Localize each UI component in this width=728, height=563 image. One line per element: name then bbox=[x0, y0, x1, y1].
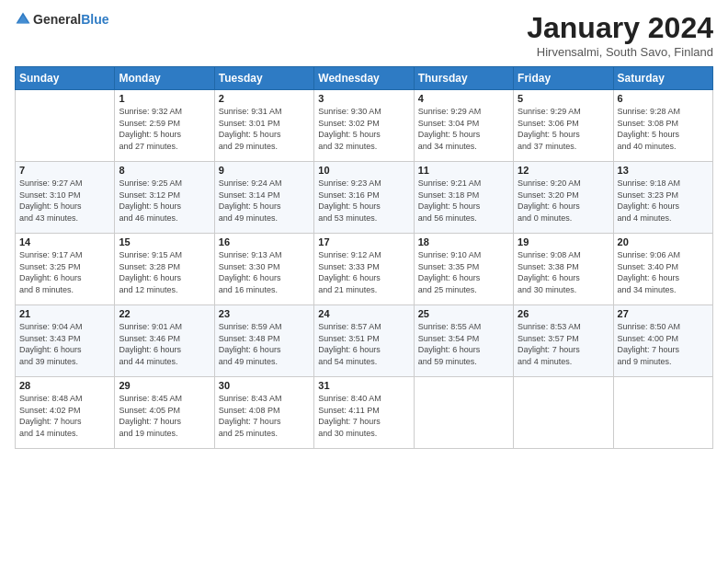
calendar-cell: 20Sunrise: 9:06 AMSunset: 3:40 PMDayligh… bbox=[613, 234, 712, 305]
day-info: Sunrise: 9:08 AMSunset: 3:38 PMDaylight:… bbox=[518, 249, 609, 295]
day-info: Sunrise: 8:45 AMSunset: 4:05 PMDaylight:… bbox=[119, 393, 210, 439]
day-number: 8 bbox=[119, 165, 210, 176]
day-number: 10 bbox=[318, 165, 409, 176]
day-info: Sunrise: 9:21 AMSunset: 3:18 PMDaylight:… bbox=[418, 178, 509, 224]
calendar-cell: 22Sunrise: 9:01 AMSunset: 3:46 PMDayligh… bbox=[115, 305, 214, 377]
day-info: Sunrise: 9:31 AMSunset: 3:01 PMDaylight:… bbox=[219, 106, 310, 152]
calendar-cell: 12Sunrise: 9:20 AMSunset: 3:20 PMDayligh… bbox=[514, 162, 613, 234]
day-info: Sunrise: 8:43 AMSunset: 4:08 PMDaylight:… bbox=[219, 393, 310, 439]
day-header-monday: Monday bbox=[115, 67, 214, 90]
calendar-cell: 19Sunrise: 9:08 AMSunset: 3:38 PMDayligh… bbox=[514, 234, 613, 305]
day-number: 7 bbox=[19, 165, 110, 176]
week-row-3: 14Sunrise: 9:17 AMSunset: 3:25 PMDayligh… bbox=[16, 234, 713, 305]
day-info: Sunrise: 9:04 AMSunset: 3:43 PMDaylight:… bbox=[19, 321, 110, 367]
day-number: 28 bbox=[19, 380, 110, 391]
calendar-cell: 5Sunrise: 9:29 AMSunset: 3:06 PMDaylight… bbox=[514, 90, 613, 162]
day-number: 2 bbox=[219, 93, 310, 104]
calendar-cell: 18Sunrise: 9:10 AMSunset: 3:35 PMDayligh… bbox=[414, 234, 513, 305]
location-subtitle: Hirvensalmi, South Savo, Finland bbox=[527, 45, 713, 59]
week-row-2: 7Sunrise: 9:27 AMSunset: 3:10 PMDaylight… bbox=[16, 162, 713, 234]
day-number: 24 bbox=[318, 308, 409, 319]
day-header-sunday: Sunday bbox=[16, 67, 115, 90]
calendar-cell: 6Sunrise: 9:28 AMSunset: 3:08 PMDaylight… bbox=[613, 90, 712, 162]
day-number: 18 bbox=[418, 236, 509, 247]
week-row-4: 21Sunrise: 9:04 AMSunset: 3:43 PMDayligh… bbox=[16, 305, 713, 377]
day-info: Sunrise: 9:28 AMSunset: 3:08 PMDaylight:… bbox=[618, 106, 709, 152]
day-info: Sunrise: 9:18 AMSunset: 3:23 PMDaylight:… bbox=[618, 178, 709, 224]
calendar-cell: 13Sunrise: 9:18 AMSunset: 3:23 PMDayligh… bbox=[613, 162, 712, 234]
day-info: Sunrise: 8:50 AMSunset: 4:00 PMDaylight:… bbox=[618, 321, 709, 367]
day-info: Sunrise: 9:29 AMSunset: 3:06 PMDaylight:… bbox=[518, 106, 609, 152]
day-number: 15 bbox=[119, 236, 210, 247]
day-info: Sunrise: 8:59 AMSunset: 3:48 PMDaylight:… bbox=[219, 321, 310, 367]
calendar-cell: 2Sunrise: 9:31 AMSunset: 3:01 PMDaylight… bbox=[214, 90, 313, 162]
day-number: 17 bbox=[318, 236, 409, 247]
calendar-cell: 8Sunrise: 9:25 AMSunset: 3:12 PMDaylight… bbox=[115, 162, 214, 234]
week-row-1: 1Sunrise: 9:32 AMSunset: 2:59 PMDaylight… bbox=[16, 90, 713, 162]
day-number: 12 bbox=[518, 165, 609, 176]
day-number: 13 bbox=[618, 165, 709, 176]
day-number: 6 bbox=[618, 93, 709, 104]
day-info: Sunrise: 8:55 AMSunset: 3:54 PMDaylight:… bbox=[418, 321, 509, 367]
calendar-cell: 14Sunrise: 9:17 AMSunset: 3:25 PMDayligh… bbox=[16, 234, 115, 305]
calendar-cell: 16Sunrise: 9:13 AMSunset: 3:30 PMDayligh… bbox=[214, 234, 313, 305]
day-info: Sunrise: 9:29 AMSunset: 3:04 PMDaylight:… bbox=[418, 106, 509, 152]
month-title: January 2024 bbox=[527, 11, 713, 45]
title-block: January 2024 Hirvensalmi, South Savo, Fi… bbox=[527, 11, 713, 59]
calendar-cell: 11Sunrise: 9:21 AMSunset: 3:18 PMDayligh… bbox=[414, 162, 513, 234]
day-info: Sunrise: 9:13 AMSunset: 3:30 PMDaylight:… bbox=[219, 249, 310, 295]
week-row-5: 28Sunrise: 8:48 AMSunset: 4:02 PMDayligh… bbox=[16, 377, 713, 449]
day-header-tuesday: Tuesday bbox=[214, 67, 313, 90]
calendar-cell: 25Sunrise: 8:55 AMSunset: 3:54 PMDayligh… bbox=[414, 305, 513, 377]
day-number: 27 bbox=[618, 308, 709, 319]
day-info: Sunrise: 8:53 AMSunset: 3:57 PMDaylight:… bbox=[518, 321, 609, 367]
calendar-table: SundayMondayTuesdayWednesdayThursdayFrid… bbox=[15, 66, 713, 449]
calendar-cell: 17Sunrise: 9:12 AMSunset: 3:33 PMDayligh… bbox=[314, 234, 414, 305]
page: GeneralBlue January 2024 Hirvensalmi, So… bbox=[0, 0, 728, 563]
day-info: Sunrise: 9:20 AMSunset: 3:20 PMDaylight:… bbox=[518, 178, 609, 224]
calendar-cell bbox=[414, 377, 513, 449]
calendar-cell: 3Sunrise: 9:30 AMSunset: 3:02 PMDaylight… bbox=[314, 90, 414, 162]
calendar-cell: 21Sunrise: 9:04 AMSunset: 3:43 PMDayligh… bbox=[16, 305, 115, 377]
logo-general: General bbox=[33, 12, 81, 27]
header: GeneralBlue January 2024 Hirvensalmi, So… bbox=[15, 11, 713, 59]
day-info: Sunrise: 8:40 AMSunset: 4:11 PMDaylight:… bbox=[318, 393, 409, 439]
day-number: 16 bbox=[219, 236, 310, 247]
day-number: 22 bbox=[119, 308, 210, 319]
day-info: Sunrise: 8:57 AMSunset: 3:51 PMDaylight:… bbox=[318, 321, 409, 367]
day-number: 26 bbox=[518, 308, 609, 319]
day-info: Sunrise: 9:23 AMSunset: 3:16 PMDaylight:… bbox=[318, 178, 409, 224]
day-info: Sunrise: 9:24 AMSunset: 3:14 PMDaylight:… bbox=[219, 178, 310, 224]
logo: GeneralBlue bbox=[15, 11, 108, 28]
calendar-cell: 15Sunrise: 9:15 AMSunset: 3:28 PMDayligh… bbox=[115, 234, 214, 305]
day-number: 1 bbox=[119, 93, 210, 104]
day-info: Sunrise: 9:27 AMSunset: 3:10 PMDaylight:… bbox=[19, 178, 110, 224]
calendar-cell bbox=[16, 90, 115, 162]
calendar-header-row: SundayMondayTuesdayWednesdayThursdayFrid… bbox=[16, 67, 713, 90]
day-number: 3 bbox=[318, 93, 409, 104]
day-info: Sunrise: 9:12 AMSunset: 3:33 PMDaylight:… bbox=[318, 249, 409, 295]
day-header-friday: Friday bbox=[514, 67, 613, 90]
day-info: Sunrise: 9:32 AMSunset: 2:59 PMDaylight:… bbox=[119, 106, 210, 152]
day-number: 9 bbox=[219, 165, 310, 176]
calendar-cell: 7Sunrise: 9:27 AMSunset: 3:10 PMDaylight… bbox=[16, 162, 115, 234]
calendar-cell: 24Sunrise: 8:57 AMSunset: 3:51 PMDayligh… bbox=[314, 305, 414, 377]
day-number: 29 bbox=[119, 380, 210, 391]
day-header-wednesday: Wednesday bbox=[314, 67, 414, 90]
logo-blue: Blue bbox=[81, 12, 108, 27]
day-info: Sunrise: 9:25 AMSunset: 3:12 PMDaylight:… bbox=[119, 178, 210, 224]
day-number: 20 bbox=[618, 236, 709, 247]
day-number: 25 bbox=[418, 308, 509, 319]
day-info: Sunrise: 9:10 AMSunset: 3:35 PMDaylight:… bbox=[418, 249, 509, 295]
day-header-thursday: Thursday bbox=[414, 67, 513, 90]
day-number: 11 bbox=[418, 165, 509, 176]
calendar-cell: 1Sunrise: 9:32 AMSunset: 2:59 PMDaylight… bbox=[115, 90, 214, 162]
calendar-cell: 4Sunrise: 9:29 AMSunset: 3:04 PMDaylight… bbox=[414, 90, 513, 162]
day-number: 23 bbox=[219, 308, 310, 319]
day-info: Sunrise: 9:01 AMSunset: 3:46 PMDaylight:… bbox=[119, 321, 210, 367]
calendar-cell: 28Sunrise: 8:48 AMSunset: 4:02 PMDayligh… bbox=[16, 377, 115, 449]
calendar-cell bbox=[613, 377, 712, 449]
calendar-cell: 29Sunrise: 8:45 AMSunset: 4:05 PMDayligh… bbox=[115, 377, 214, 449]
calendar-cell: 30Sunrise: 8:43 AMSunset: 4:08 PMDayligh… bbox=[214, 377, 313, 449]
day-info: Sunrise: 8:48 AMSunset: 4:02 PMDaylight:… bbox=[19, 393, 110, 439]
